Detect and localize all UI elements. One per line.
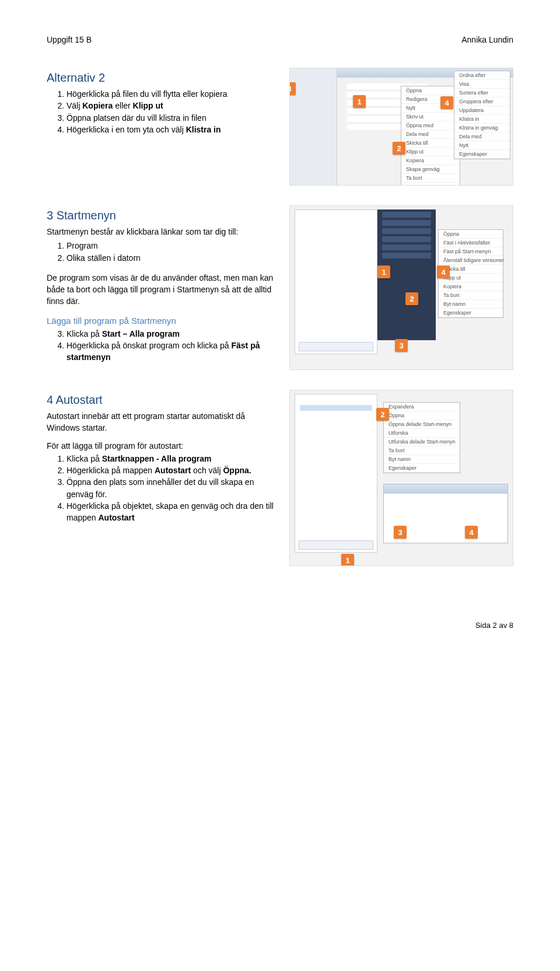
- list-item: Högerklicka i en tom yta och välj Klistr…: [66, 124, 280, 135]
- marker-4b: 4: [437, 266, 450, 278]
- list-item: Högerklicka på önskat program och klicka…: [66, 340, 280, 364]
- autostart-image-area: ExpanderaÖppna Öppna delade Start-menynU…: [289, 390, 513, 566]
- header-right: Annika Lundin: [461, 35, 513, 44]
- startmenyn-intro: Startmenyn består av klickbara länkar so…: [47, 226, 280, 237]
- list-item: Högerklicka på objektet, skapa en genväg…: [66, 500, 280, 524]
- marker-2b: 2: [405, 292, 418, 305]
- list-item: Högerklicka på filen du vill flytta elle…: [66, 88, 280, 100]
- list-item: Välj Kopiera eller Klipp ut: [66, 100, 280, 111]
- section-alternativ2: Alternativ 2 Högerklicka på filen du vil…: [47, 68, 513, 186]
- marker-3c: 3: [394, 526, 407, 539]
- autostart-heading: 4 Autostart: [47, 393, 280, 407]
- startmenyn-image-area: ÖppnaFäst i Aktivitetsfältet Fäst på Sta…: [289, 205, 513, 370]
- marker-4: 4: [440, 96, 453, 109]
- section-startmenyn: 3 Startmenyn Startmenyn består av klickb…: [47, 205, 513, 370]
- screenshot-autostart: ExpanderaÖppna Öppna delade Start-menynU…: [289, 390, 513, 566]
- autostart-intro2: För att lägga till program för autostart…: [47, 440, 280, 452]
- startmenyn-para: De program som visas är de du använder o…: [47, 272, 280, 308]
- marker-1: 1: [353, 95, 366, 108]
- autostart-text: 4 Autostart Autostart innebär att ett pr…: [47, 390, 280, 530]
- screenshot-startmenu: ÖppnaFäst i Aktivitetsfältet Fäst på Sta…: [289, 205, 513, 370]
- marker-3: 3: [289, 82, 296, 95]
- startmenyn-list2: Klicka på Start – Alla programHögerklick…: [47, 328, 280, 364]
- page-header: Uppgift 15 B Annika Lundin: [47, 35, 513, 44]
- marker-4c: 4: [465, 526, 478, 539]
- startmenyn-list1: ProgramOlika ställen i datorn: [47, 240, 280, 264]
- header-left: Uppgift 15 B: [47, 35, 92, 44]
- page: Uppgift 15 B Annika Lundin Alternativ 2 …: [0, 0, 560, 609]
- screenshot-explorer: ÖppnaRedigeraNytt Skriv utÖppna medDela …: [289, 68, 513, 186]
- page-footer: Sida 2 av 8: [0, 609, 560, 647]
- alt2-text: Alternativ 2 Högerklicka på filen du vil…: [47, 68, 280, 141]
- autostart-list: Klicka på Startknappen - Alla programHög…: [47, 453, 280, 524]
- alt2-list: Högerklicka på filen du vill flytta elle…: [47, 88, 280, 135]
- list-item: Öppna den plats som innehåller det du vi…: [66, 476, 280, 500]
- list-item: Öppna platsen där du vill klistra in fil…: [66, 112, 280, 124]
- marker-1b: 1: [377, 266, 390, 278]
- marker-2: 2: [393, 142, 405, 155]
- alt2-heading: Alternativ 2: [47, 71, 280, 85]
- startmenyn-text: 3 Startmenyn Startmenyn består av klickb…: [47, 205, 280, 369]
- section-autostart: 4 Autostart Autostart innebär att ett pr…: [47, 390, 513, 566]
- marker-2c: 2: [376, 408, 389, 421]
- list-item: Program: [66, 240, 280, 252]
- list-item: Olika ställen i datorn: [66, 252, 280, 264]
- startmenyn-heading: 3 Startmenyn: [47, 209, 280, 222]
- alt2-image-area: ÖppnaRedigeraNytt Skriv utÖppna medDela …: [289, 68, 513, 186]
- list-item: Klicka på Startknappen - Alla program: [66, 453, 280, 464]
- list-item: Högerklicka på mappen Autostart och välj…: [66, 464, 280, 476]
- marker-3b: 3: [395, 339, 408, 352]
- marker-1c: 1: [341, 554, 354, 566]
- autostart-para1: Autostart innebär att ett program starta…: [47, 410, 280, 434]
- startmenyn-subheading: Lägga till program på Startmenyn: [47, 316, 280, 326]
- list-item: Klicka på Start – Alla program: [66, 328, 280, 340]
